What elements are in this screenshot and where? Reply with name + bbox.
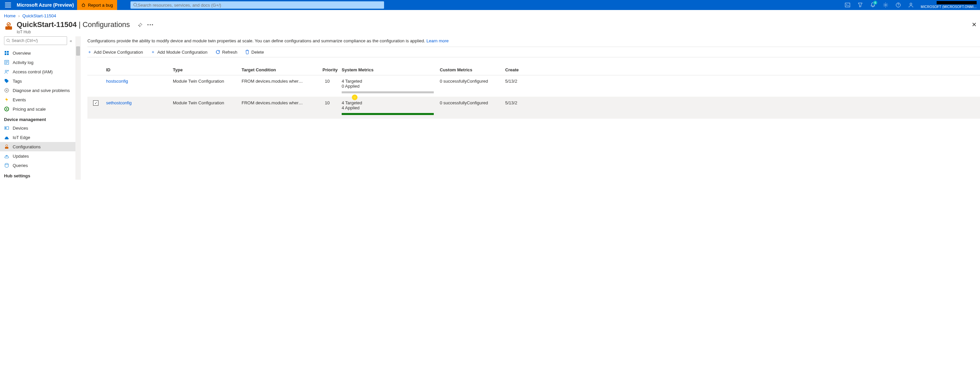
sidebar-item-overview[interactable]: Overview: [0, 48, 75, 58]
row-target: FROM devices.modules where m...: [240, 75, 306, 87]
col-priority[interactable]: Priority: [306, 65, 340, 75]
pin-button[interactable]: [138, 23, 143, 27]
search-icon: [6, 39, 10, 43]
devices-icon: [4, 125, 10, 131]
report-bug-label: Report a bug: [88, 3, 113, 8]
notifications-button[interactable]: 6: [867, 0, 879, 10]
settings-button[interactable]: [879, 0, 892, 10]
svg-point-1: [134, 3, 137, 6]
svg-point-3: [885, 4, 886, 6]
row-system-metrics: 4 Targeted 0 Applied: [340, 75, 438, 97]
col-system[interactable]: System Metrics: [340, 65, 438, 75]
refresh-button[interactable]: Refresh: [216, 50, 237, 55]
plus-icon: ＋: [88, 49, 92, 55]
report-bug-button[interactable]: Report a bug: [77, 0, 117, 10]
tenant-block[interactable]: MICROSOFT (MICROSOFT.ONMI...: [917, 1, 980, 9]
row-created: 5/13/2: [503, 97, 527, 109]
global-search-wrap: [117, 2, 842, 9]
hamburger-menu[interactable]: [0, 0, 16, 10]
row-checkbox-cell[interactable]: ✓: [88, 97, 104, 109]
blade-header: QuickStart-11504 | Configurations IoT Hu…: [0, 18, 980, 36]
configurations-table: ID Type Target Condition Priority System…: [88, 65, 980, 119]
refresh-icon: [216, 50, 220, 54]
table-row[interactable]: hostsconfig Module Twin Configuration FR…: [88, 75, 980, 97]
iot-edge-icon: [4, 135, 10, 140]
close-blade-button[interactable]: ✕: [972, 21, 977, 28]
toolbar-label: Refresh: [222, 50, 237, 55]
breadcrumb-home[interactable]: Home: [4, 13, 16, 18]
svg-point-5: [910, 3, 912, 5]
bug-icon: [81, 3, 86, 7]
config-id-link[interactable]: sethostconfig: [106, 100, 132, 105]
svg-rect-21: [5, 147, 8, 149]
events-icon: [4, 97, 10, 102]
learn-more-link[interactable]: Learn more: [426, 38, 449, 43]
cloud-shell-button[interactable]: [841, 0, 854, 10]
tags-icon: [4, 78, 10, 84]
global-search-input[interactable]: [138, 3, 382, 8]
delete-button[interactable]: Delete: [245, 50, 264, 55]
directory-filter-button[interactable]: [854, 0, 867, 10]
sidebar-item-events[interactable]: Events: [0, 95, 75, 104]
svg-rect-19: [5, 127, 9, 129]
sidebar-search-input[interactable]: [12, 38, 65, 43]
sidebar-search[interactable]: [4, 36, 67, 45]
sidebar-scrollbar[interactable]: [75, 36, 81, 180]
svg-rect-20: [5, 127, 6, 129]
sidebar-item-label: IoT Edge: [13, 135, 30, 140]
brand-label: Microsoft Azure (Preview): [16, 2, 77, 8]
sidebar-item-label: Updates: [13, 154, 29, 159]
sys-targeted: 4 Targeted: [342, 100, 436, 105]
configurations-icon: [4, 144, 10, 149]
config-id-link[interactable]: hostsconfig: [106, 79, 128, 84]
help-button[interactable]: [892, 0, 905, 10]
sidebar-item-pricing[interactable]: Pricing and scale: [0, 104, 75, 114]
scrollbar-thumb[interactable]: [76, 46, 80, 55]
row-custom: 0 successfullyConfigured: [438, 75, 503, 87]
row-custom: 0 successfullyConfigured: [438, 97, 503, 109]
sidebar-item-updates[interactable]: Updates: [0, 151, 75, 161]
sidebar-item-label: Tags: [13, 79, 22, 84]
sidebar-item-diagnose[interactable]: Diagnose and solve problems: [0, 85, 75, 95]
table-row[interactable]: ✓ sethostconfig Module Twin Configuratio…: [88, 97, 980, 119]
more-button[interactable]: •••: [147, 22, 154, 27]
svg-rect-11: [5, 53, 6, 55]
svg-point-15: [8, 70, 9, 71]
row-checkbox-cell[interactable]: [88, 75, 104, 82]
sidebar-group-device-management: Device management: [0, 114, 75, 123]
toolbar-label: Delete: [251, 50, 264, 55]
pin-icon: [138, 23, 143, 27]
hamburger-icon: [5, 3, 11, 7]
global-search[interactable]: [130, 2, 384, 9]
svg-rect-9: [5, 51, 6, 53]
col-created[interactable]: Create: [503, 65, 527, 75]
collapse-sidebar-button[interactable]: «: [70, 38, 72, 43]
col-id[interactable]: ID: [104, 65, 171, 75]
breadcrumb-resource[interactable]: QuickStart-11504: [22, 13, 56, 18]
iot-hub-icon: [4, 22, 13, 31]
col-type[interactable]: Type: [171, 65, 240, 75]
blade-title: QuickStart-11504 | Configurations: [17, 21, 130, 29]
col-custom[interactable]: Custom Metrics: [438, 65, 503, 75]
sidebar-item-tags[interactable]: Tags: [0, 76, 75, 85]
intro-body: Configurations provide the ability to mo…: [88, 38, 425, 43]
sidebar-item-access-control[interactable]: Access control (IAM): [0, 67, 75, 76]
sidebar-item-devices[interactable]: Devices: [0, 123, 75, 133]
sidebar-item-queries[interactable]: Queries: [0, 161, 75, 170]
updates-icon: [4, 154, 10, 159]
col-target[interactable]: Target Condition: [240, 65, 306, 75]
add-module-config-button[interactable]: ＋ Add Module Configuration: [151, 49, 207, 55]
feedback-button[interactable]: [905, 0, 917, 10]
row-checkbox[interactable]: ✓: [93, 100, 99, 106]
add-device-config-button[interactable]: ＋ Add Device Configuration: [88, 49, 143, 55]
sidebar-item-configurations[interactable]: Configurations: [0, 142, 75, 151]
row-priority: 10: [306, 75, 340, 87]
sys-applied: 0 Applied: [342, 84, 436, 89]
sidebar-item-iot-edge[interactable]: IoT Edge: [0, 133, 75, 142]
row-type: Module Twin Configuration: [171, 97, 240, 109]
user-redacted: [937, 1, 977, 4]
header-icons: 6: [841, 0, 917, 10]
portal-header: Microsoft Azure (Preview) Report a bug 6: [0, 0, 980, 10]
sidebar-item-activity-log[interactable]: Activity log: [0, 58, 75, 67]
sys-targeted: 4 Targeted: [342, 79, 436, 84]
